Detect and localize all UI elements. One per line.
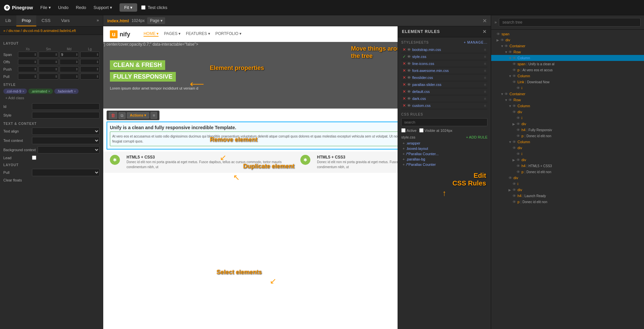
arrow-column2[interactable]: ▼: [508, 74, 512, 78]
canvas-close-btn[interactable]: ✕: [483, 18, 487, 24]
add-rule-link[interactable]: + ADD RULE: [466, 135, 488, 139]
ss-eye-dark[interactable]: 👁: [407, 97, 411, 101]
tree-item-i2[interactable]: 👁 i: [491, 115, 644, 121]
css-rule-boxed[interactable]: .boxed-layout: [401, 146, 487, 151]
ss-drag-style[interactable]: ≡: [484, 55, 486, 59]
eye-div5[interactable]: 👁: [516, 158, 520, 162]
eye-column-selected[interactable]: 👁: [512, 56, 516, 60]
tree-item-p3[interactable]: 👁 p | Donec id elit non: [491, 169, 644, 175]
tree-item-i3[interactable]: 👁 i: [491, 151, 644, 157]
delete-button[interactable]: 🗑: [109, 112, 117, 119]
ss-drag-default[interactable]: ≡: [484, 90, 486, 94]
eye-column4[interactable]: 👁: [512, 140, 516, 144]
text-align-select[interactable]: [32, 128, 100, 135]
eye-p2[interactable]: 👁: [516, 134, 520, 138]
tree-item-column-selected[interactable]: ▼ 👁 Column: [491, 55, 644, 61]
eye-div3[interactable]: 👁: [516, 122, 520, 126]
nav-features[interactable]: FEATURES ▾: [186, 31, 210, 37]
eye-h4-3[interactable]: 👁: [512, 194, 516, 198]
tree-item-p2[interactable]: 👁 p | Donec id elit non: [491, 133, 644, 139]
ss-remove-fontawesome[interactable]: ✕: [403, 68, 406, 73]
ss-eye-parallax-slider[interactable]: 👁: [407, 83, 411, 87]
tree-item-container1[interactable]: ▼ 👁 Container: [491, 43, 644, 49]
tree-item-column2[interactable]: ▼ 👁 Column: [491, 73, 644, 79]
ss-drag-lineicons[interactable]: ≡: [484, 62, 486, 66]
eye-i3[interactable]: 👁: [516, 152, 520, 156]
tree-expand-btn[interactable]: »: [494, 20, 497, 25]
ss-eye-default[interactable]: 👁: [407, 90, 411, 94]
eye-column3[interactable]: 👁: [512, 104, 516, 108]
ss-remove-dark[interactable]: ✕: [403, 96, 406, 101]
arrow-div5[interactable]: ▶: [512, 158, 516, 162]
eye-row2[interactable]: 👁: [508, 98, 512, 102]
eye-span-child[interactable]: 👁: [512, 62, 516, 66]
canvas-area[interactable]: u nify HOME ▾ PAGES ▾ FEATURES ▾ PORTFOL…: [103, 26, 491, 329]
arrow-container2[interactable]: ▼: [500, 92, 504, 96]
eye-h4-2[interactable]: 👁: [516, 164, 520, 168]
eye-p-child[interactable]: 👁: [512, 68, 516, 72]
eye-div1[interactable]: 👁: [500, 38, 504, 42]
tree-item-div1[interactable]: ▶ 👁 div: [491, 37, 644, 43]
id-input[interactable]: [32, 103, 100, 110]
badge-animated[interactable]: .animated ×: [28, 89, 53, 94]
nav-pages[interactable]: PAGES ▾: [164, 31, 180, 37]
tree-item-h4-2[interactable]: 👁 h4 | HTML5 + CSS3: [491, 163, 644, 169]
arrow-row1[interactable]: ▼: [504, 50, 508, 54]
ss-drag-parallax-slider[interactable]: ≡: [484, 83, 486, 87]
page-button[interactable]: Page ▾: [147, 17, 165, 24]
eye-p4[interactable]: 👁: [512, 200, 516, 204]
css-rules-search[interactable]: [401, 118, 487, 126]
ss-remove-default[interactable]: ✕: [403, 89, 406, 94]
css-rule-parallax2[interactable]: /*Parallax Counter: [401, 162, 487, 167]
badge-col-md-9[interactable]: .col-md-9 ×: [3, 89, 27, 94]
tree-item-h4-1[interactable]: 👁 h4 | Fully Responsiv: [491, 127, 644, 133]
test-clicks-checkbox[interactable]: [141, 5, 146, 10]
tree-item-container2[interactable]: ▼ 👁 Container: [491, 91, 644, 97]
ss-eye-flexslider[interactable]: 👁: [407, 76, 411, 80]
arrow-column4[interactable]: ▼: [508, 140, 512, 144]
tree-item-column3[interactable]: ▼ 👁 Column: [491, 103, 644, 109]
manage-link[interactable]: + MANAGE...: [464, 41, 487, 44]
badge-fadeinleft[interactable]: .fadeinleft ×: [54, 89, 79, 94]
tree-item-h4-3[interactable]: 👁 h4 | Launch Ready: [491, 193, 644, 199]
arrow-row2[interactable]: ▼: [504, 98, 508, 102]
tree-item-div5[interactable]: ▶ 👁 div: [491, 157, 644, 163]
ss-eye-fontawesome[interactable]: 👁: [407, 69, 411, 73]
tab-prop[interactable]: Prop: [16, 15, 36, 26]
eye-h4-1[interactable]: 👁: [516, 128, 520, 132]
tab-lib[interactable]: Lib: [0, 15, 16, 26]
file-menu[interactable]: File: [37, 4, 54, 11]
eye-p3[interactable]: 👁: [516, 170, 520, 174]
ss-remove-bootstrap[interactable]: ✕: [403, 47, 406, 52]
tree-item-div6[interactable]: 👁 div: [491, 175, 644, 181]
ss-check-style[interactable]: ✓: [403, 54, 406, 59]
duplicate-button[interactable]: ⧉: [119, 112, 126, 119]
undo-btn[interactable]: Undo: [55, 4, 72, 11]
tree-item-p4[interactable]: 👁 p | Donec id elit non: [491, 199, 644, 205]
fit-button[interactable]: Fit: [120, 3, 137, 12]
tree-item-column4[interactable]: ▼ 👁 Column: [491, 139, 644, 145]
arrow-div1[interactable]: ▶: [496, 38, 500, 42]
text-context-select[interactable]: [32, 137, 100, 144]
visible-option[interactable]: Visible at 1024px: [419, 128, 453, 133]
actions-button[interactable]: Actions ▾: [127, 112, 149, 119]
tab-css[interactable]: CSS: [36, 15, 56, 26]
remove-animated[interactable]: ×: [48, 89, 50, 93]
ss-drag-custom[interactable]: ≡: [484, 104, 486, 108]
tree-item-div3[interactable]: ▶ 👁 div: [491, 121, 644, 127]
arrow-column3[interactable]: ▼: [508, 104, 512, 108]
tree-item-div2[interactable]: 👁 div: [491, 109, 644, 115]
menu-button[interactable]: ≡: [151, 112, 157, 119]
tree-item-link[interactable]: 👁 Link | Download Now: [491, 79, 644, 85]
eye-link[interactable]: 👁: [512, 80, 516, 84]
remove-fadeinleft[interactable]: ×: [74, 89, 76, 93]
eye-div4[interactable]: 👁: [512, 146, 516, 150]
ss-drag-dark[interactable]: ≡: [484, 97, 486, 101]
nav-portfolio[interactable]: PORTFOLIO ▾: [215, 31, 241, 37]
tree-search-input[interactable]: [499, 18, 641, 27]
ss-drag-flexslider[interactable]: ≡: [484, 76, 486, 80]
eye-div2[interactable]: 👁: [512, 110, 516, 114]
eye-row1[interactable]: 👁: [508, 50, 512, 54]
remove-col-md-9[interactable]: ×: [22, 89, 24, 93]
eye-div7[interactable]: 👁: [512, 188, 516, 192]
